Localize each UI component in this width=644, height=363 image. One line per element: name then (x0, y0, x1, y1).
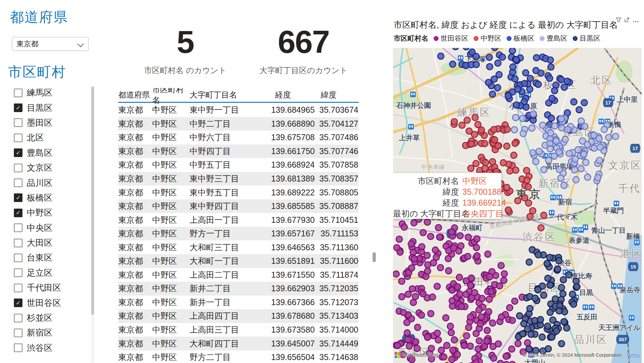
table-row[interactable]: 東京都中野区上高田一丁目139.67793035.710451 (118, 213, 359, 227)
checkbox-checked-icon[interactable] (14, 193, 22, 202)
municipality-option-墨田区[interactable]: 墨田区 (14, 115, 90, 130)
table-row[interactable]: 東京都中野区大和町一丁目139.65189135.711600 (118, 254, 359, 268)
municipality-option-label: 文京区 (27, 162, 53, 174)
table-row[interactable]: 東京都中野区中野六丁目139.67570835.707486 (118, 131, 359, 144)
table-cell: 35.714638 (315, 352, 358, 362)
checkbox-unchecked-icon[interactable] (14, 254, 22, 262)
popout-icon[interactable] (624, 17, 629, 22)
municipality-option-豊島区[interactable]: 豊島区 (14, 145, 90, 160)
checkbox-checked-icon[interactable] (14, 299, 22, 307)
terms-link[interactable]: Terms (626, 352, 640, 358)
legend-item-中野区[interactable]: 中野区 (474, 34, 501, 43)
column-header-大字町丁目名[interactable]: 大字町丁目名 (190, 90, 269, 100)
table-row[interactable]: 東京都中野区大和町三丁目139.64656335.711360 (118, 240, 359, 254)
filter-icon[interactable] (616, 17, 621, 22)
table-cell: 中野区 (152, 201, 190, 212)
municipality-list: 練馬区目黒区墨田区北区豊島区文京区品川区板橋区中野区中央区大田区台東区足立区千代… (14, 85, 90, 363)
checkbox-checked-icon[interactable] (14, 209, 22, 217)
table-row[interactable]: 東京都中野区新井一丁目139.66736635.712073 (118, 296, 359, 309)
table-cell: 35.711360 (315, 243, 358, 252)
municipality-option-中野区[interactable]: 中野区 (14, 205, 90, 220)
tooltip-value: 139.669214 (462, 198, 506, 208)
table-cell: 139.651891 (269, 256, 315, 266)
table-cell: 139.657167 (269, 229, 315, 238)
municipality-option-品川区[interactable]: 品川区 (14, 175, 90, 190)
municipality-option-杉並区[interactable]: 杉並区 (14, 310, 90, 325)
table-row[interactable]: 東京都中野区上高田四丁目139.67868035.713403 (118, 309, 359, 323)
checkbox-checked-icon[interactable] (14, 103, 22, 112)
municipality-option-渋谷区[interactable]: 渋谷区 (14, 341, 90, 355)
legend-item-豊島区[interactable]: 豊島区 (540, 34, 567, 43)
checkbox-unchecked-icon[interactable] (14, 223, 22, 232)
table-row[interactable]: 東京都中野区東中野四丁目139.68558535.708887 (118, 199, 359, 213)
checkbox-unchecked-icon[interactable] (14, 343, 22, 352)
table-row[interactable]: 東京都中野区東中野五丁目139.68922235.708805 (118, 185, 359, 199)
map-canvas[interactable]: 練馬区板橋区北区豊島区文京区新宿区千代田区渋谷区港区世田谷区目黒区品川区高津区東… (393, 48, 642, 363)
table-cell: 中野区 (152, 187, 190, 198)
table-row[interactable]: 東京都中野区中野四丁目139.66175035.707746 (118, 144, 359, 158)
municipality-option-足立区[interactable]: 足立区 (14, 265, 90, 280)
table-row[interactable]: 東京都中野区上高田二丁目139.67155035.711874 (118, 268, 359, 282)
table-row[interactable]: 東京都中野区東中野三丁目139.68138935.708357 (118, 172, 359, 186)
more-options-icon[interactable]: … (632, 18, 639, 21)
legend-item-目黒区[interactable]: 目黒区 (573, 34, 600, 43)
table-row[interactable]: 東京都中野区中野二丁目139.66889035.704127 (118, 117, 359, 131)
table-cell: 野方二丁目 (190, 352, 269, 363)
checkbox-unchecked-icon[interactable] (14, 268, 22, 277)
table-cell: 東中野三丁目 (190, 173, 269, 184)
checkbox-unchecked-icon[interactable] (14, 89, 22, 97)
table-row[interactable]: 東京都中野区中野五丁目139.66892435.707858 (118, 158, 359, 172)
checkbox-unchecked-icon[interactable] (14, 329, 22, 337)
municipality-option-大田区[interactable]: 大田区 (14, 235, 90, 250)
checkbox-checked-icon[interactable] (14, 148, 22, 157)
municipality-option-新宿区[interactable]: 新宿区 (14, 325, 90, 340)
scatter-series-目黒区[interactable] (515, 247, 580, 354)
table-scrollbar-thumb[interactable] (373, 252, 376, 262)
scatter-series-世田谷区[interactable] (393, 212, 537, 363)
legend-item-世田谷区[interactable]: 世田谷区 (434, 34, 468, 43)
municipality-option-世田谷区[interactable]: 世田谷区 (14, 295, 90, 310)
data-table: 都道府県市区町村名▲大字町丁目名経度緯度 東京都中野区東中野一丁目139.684… (118, 88, 359, 363)
scrollbar-thumb[interactable] (91, 87, 94, 315)
table-cell: 上高田一丁目 (190, 215, 269, 225)
kpi-label: 市区町村名 のカウント (132, 65, 238, 76)
table-row[interactable]: 東京都中野区新井二丁目139.66290335.712035 (118, 282, 359, 296)
table-cell: 新井一丁目 (190, 297, 269, 308)
checkbox-unchecked-icon[interactable] (14, 284, 22, 292)
table-cell: 東京都 (118, 297, 152, 308)
tooltip-value: 35.700188 (462, 187, 501, 197)
checkbox-unchecked-icon[interactable] (14, 164, 22, 172)
table-cell: 35.703674 (315, 105, 358, 115)
table-row[interactable]: 東京都中野区野方二丁目139.65650435.714638 (118, 350, 359, 363)
table-cell: 中野区 (152, 283, 190, 294)
municipality-option-練馬区[interactable]: 練馬区 (14, 85, 90, 100)
table-cell: 東京都 (118, 187, 152, 198)
checkbox-unchecked-icon[interactable] (14, 134, 22, 142)
checkbox-unchecked-icon[interactable] (14, 118, 22, 127)
checkbox-unchecked-icon[interactable] (14, 179, 22, 187)
municipality-option-台東区[interactable]: 台東区 (14, 250, 90, 265)
table-cell: 中野区 (152, 242, 190, 253)
municipality-option-中央区[interactable]: 中央区 (14, 221, 90, 235)
column-header-経度[interactable]: 経度 (269, 90, 315, 100)
table-row[interactable]: 東京都中野区野方一丁目139.65716735.711153 (118, 227, 359, 241)
checkbox-unchecked-icon[interactable] (14, 239, 22, 247)
tooltip-label: 市区町村名 (393, 176, 459, 186)
legend-item-板橋区[interactable]: 板橋区 (507, 34, 534, 43)
municipality-option-北区[interactable]: 北区 (14, 130, 90, 145)
municipality-option-千代田区[interactable]: 千代田区 (14, 280, 90, 295)
table-cell: 139.668890 (269, 119, 315, 129)
bing-logo[interactable]: Microsoft Bing (395, 352, 439, 358)
table-cell: 東京都 (118, 228, 152, 239)
municipality-option-文京区[interactable]: 文京区 (14, 160, 90, 175)
municipality-option-目黒区[interactable]: 目黒区 (14, 100, 90, 115)
municipality-option-板橋区[interactable]: 板橋区 (14, 190, 90, 205)
checkbox-unchecked-icon[interactable] (14, 314, 22, 322)
municipality-scrollbar[interactable] (91, 86, 94, 363)
table-row[interactable]: 東京都中野区上高田三丁目139.67358035.714000 (118, 323, 359, 337)
table-row[interactable]: 東京都中野区大和町四丁目139.64500735.714449 (118, 337, 359, 350)
column-header-都道府県[interactable]: 都道府県 (118, 90, 152, 100)
prefecture-dropdown[interactable]: 東京都 (12, 37, 89, 51)
column-header-緯度[interactable]: 緯度 (315, 90, 358, 100)
column-header-市区町村名[interactable]: 市区町村名▲ (152, 88, 190, 105)
